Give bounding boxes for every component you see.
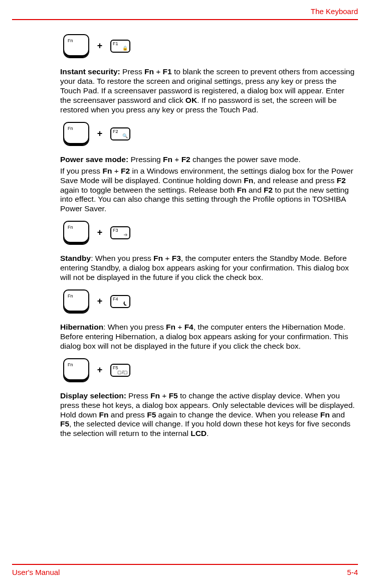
instant-security-title: Instant security: — [60, 67, 120, 76]
standby-icon: ➩ — [124, 232, 128, 238]
page-footer: User's Manual 5-4 — [12, 564, 358, 577]
fn-key-icon — [63, 34, 89, 58]
f2-key-icon: F2 🔍 — [110, 127, 130, 140]
section-instant-security: + F1 🔒 Instant security: Press Fn + F1 t… — [60, 34, 355, 115]
f1-key-label: F1 — [113, 41, 118, 47]
keycombo-fn-f4: + F4 ⏾ — [63, 289, 355, 314]
power-icon: 🔍 — [122, 133, 128, 139]
lock-icon: 🔒 — [122, 46, 128, 51]
fn-key-icon — [63, 221, 89, 245]
hibernate-icon: ⏾ — [123, 301, 128, 307]
power-save-title: Power save mode: — [60, 155, 128, 164]
keycombo-fn-f1: + F1 🔒 — [63, 34, 355, 58]
footer-row: User's Manual 5-4 — [12, 568, 358, 577]
plus-icon: + — [96, 128, 103, 139]
hibernation-text: Hibernation: When you press Fn + F4, the… — [60, 323, 355, 351]
display-selection-title: Display selection: — [60, 391, 126, 400]
section-display-selection: + F5 ▢/▢ Display selection: Press Fn + F… — [60, 358, 355, 439]
power-save-line2: If you press Fn + F2 in a Windows enviro… — [60, 167, 355, 214]
keycombo-fn-f3: + F3 ➩ — [63, 221, 355, 245]
f5-key-icon: F5 ▢/▢ — [110, 364, 130, 377]
keycombo-fn-f5: + F5 ▢/▢ — [63, 358, 355, 382]
instant-security-text: Instant security: Press Fn + F1 to blank… — [60, 67, 355, 115]
f1-key-icon: F1 🔒 — [110, 40, 130, 53]
hibernation-title: Hibernation — [60, 323, 103, 331]
plus-icon: + — [96, 296, 103, 307]
f3-key-label: F3 — [113, 228, 118, 233]
power-save-line1: Power save mode: Pressing Fn + F2 change… — [60, 155, 355, 165]
page-content: + F1 🔒 Instant security: Press Fn + F1 t… — [12, 34, 358, 438]
section-power-save: + F2 🔍 Power save mode: Pressing Fn + F2… — [60, 122, 355, 214]
keycombo-fn-f2: + F2 🔍 — [63, 122, 355, 146]
header-rule — [12, 19, 358, 20]
section-standby: + F3 ➩ Standby: When you press Fn + F3, … — [60, 221, 355, 282]
plus-icon: + — [96, 41, 103, 52]
section-hibernation: + F4 ⏾ Hibernation: When you press Fn + … — [60, 289, 355, 351]
footer-right: 5-4 — [347, 568, 358, 577]
footer-rule — [12, 564, 358, 565]
header-title: The Keyboard — [311, 7, 358, 16]
fn-key-icon — [63, 358, 89, 382]
fn-key-icon — [63, 122, 89, 146]
display-selection-text: Display selection: Press Fn + F5 to chan… — [60, 391, 355, 439]
footer-left: User's Manual — [12, 568, 60, 577]
page-header: The Keyboard — [12, 7, 358, 19]
f4-key-icon: F4 ⏾ — [110, 295, 130, 308]
fn-key-icon — [63, 289, 89, 314]
plus-icon: + — [96, 227, 103, 238]
f4-key-label: F4 — [113, 297, 118, 302]
f2-key-label: F2 — [113, 129, 118, 134]
f3-key-icon: F3 ➩ — [110, 226, 130, 239]
standby-title: Standby — [60, 254, 91, 262]
display-icon: ▢/▢ — [117, 370, 128, 375]
plus-icon: + — [96, 365, 103, 376]
standby-text: Standby: When you press Fn + F3, the com… — [60, 254, 355, 282]
